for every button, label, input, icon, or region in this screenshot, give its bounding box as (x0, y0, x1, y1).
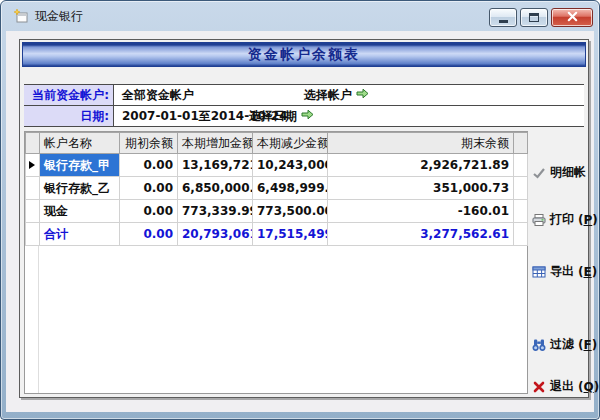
select-account-link[interactable]: 选择帐户 (304, 85, 369, 105)
table-row[interactable]: 现金 0.00 773,339.99 773,500.00 -160.01 (26, 200, 528, 223)
table-header-row: 帐户名称 期初余额 本期增加金额 本期减少金额 期末余额 (26, 133, 528, 154)
red-x-icon (532, 380, 546, 394)
balance-grid: 帐户名称 期初余额 本期增加金额 本期减少金额 期末余额 银行存款_甲 0. (24, 131, 528, 394)
date-filter-row: 日期: 2007-01-01至2014-10-24 选择日期 (24, 106, 584, 127)
cell-increase: 13,169,721.89 (178, 154, 253, 177)
cell-end: 351,000.73 (328, 177, 514, 200)
cell-end: 2,926,721.89 (328, 154, 514, 177)
close-icon (566, 10, 579, 25)
arrow-right-icon (356, 88, 369, 102)
maximize-icon (529, 13, 539, 22)
cell-end: 3,277,562.61 (328, 223, 514, 246)
detail-account-label: 明细帐 (550, 164, 586, 181)
filler-header-cell (514, 133, 528, 154)
window-icon (13, 8, 29, 24)
cell-account-name: 合计 (40, 223, 120, 246)
filter-hotkey: F (578, 338, 597, 352)
col-account-name: 帐户名称 (40, 133, 120, 154)
cell-increase: 773,339.99 (178, 200, 253, 223)
select-account-label: 选择帐户 (304, 87, 352, 104)
cell-account-name: 现金 (40, 200, 120, 223)
detail-account-button[interactable]: 明细帐 (532, 164, 586, 181)
report-title-bar: 资金帐户余额表 (22, 42, 586, 67)
exit-label: 退出 (550, 378, 574, 395)
col-increase: 本期增加金额 (178, 133, 253, 154)
report-panel: 资金帐户余额表 当前资金帐户: 全部资金帐户 选择帐户 日期: 2007-01-… (19, 39, 589, 398)
account-filter-label: 当前资金帐户: (24, 85, 114, 105)
select-date-link[interactable]: 选择日期 (249, 106, 314, 126)
cell-end: -160.01 (328, 200, 514, 223)
export-button[interactable]: 导出E (532, 263, 597, 280)
account-filter-value: 全部资金帐户 (122, 87, 194, 104)
cell-begin: 0.00 (120, 200, 178, 223)
window-controls (489, 8, 593, 27)
export-label: 导出 (550, 263, 574, 280)
selected-row-indicator-icon (29, 161, 39, 169)
row-indicator-cell (26, 154, 40, 177)
arrow-right-icon (301, 109, 314, 123)
close-button[interactable] (551, 8, 593, 27)
filter-section: 当前资金帐户: 全部资金帐户 选择帐户 日期: 2007-01-01至2014-… (24, 84, 584, 127)
filter-button[interactable]: 过滤F (532, 336, 597, 353)
client-area: 资金帐户余额表 当前资金帐户: 全部资金帐户 选择帐户 日期: 2007-01-… (6, 31, 594, 412)
print-hotkey: P (578, 213, 598, 227)
print-label: 打印 (550, 211, 574, 228)
table-row[interactable]: 银行存款_乙 0.00 6,850,000.00 6,498,999.27 35… (26, 177, 528, 200)
balance-table: 帐户名称 期初余额 本期增加金额 本期减少金额 期末余额 银行存款_甲 0. (25, 132, 528, 246)
table-grid-icon (532, 265, 546, 279)
print-button[interactable]: 打印P (532, 211, 598, 228)
maximize-button[interactable] (520, 8, 548, 27)
select-date-label: 选择日期 (249, 108, 297, 125)
col-begin-balance: 期初余额 (120, 133, 178, 154)
printer-icon (532, 213, 546, 227)
col-decrease: 本期减少金额 (253, 133, 328, 154)
cell-account-name: 银行存款_甲 (40, 154, 120, 177)
cell-account-name: 银行存款_乙 (40, 177, 120, 200)
table-total-row[interactable]: 合计 0.00 20,793,061.88 17,515,499.27 3,27… (26, 223, 528, 246)
cell-decrease: 17,515,499.27 (253, 223, 328, 246)
exit-button[interactable]: 退出Q (532, 378, 599, 395)
check-icon (532, 166, 546, 180)
titlebar: 现金银行 (1, 1, 599, 31)
account-filter-row: 当前资金帐户: 全部资金帐户 选择帐户 (24, 85, 584, 106)
minimize-button[interactable] (489, 8, 517, 27)
cell-decrease: 6,498,999.27 (253, 177, 328, 200)
table-row[interactable]: 银行存款_甲 0.00 13,169,721.89 10,243,000.00 … (26, 154, 528, 177)
date-filter-label: 日期: (24, 106, 114, 126)
report-title: 资金帐户余额表 (248, 46, 360, 64)
minimize-icon (499, 20, 508, 23)
cell-increase: 6,850,000.00 (178, 177, 253, 200)
exit-hotkey: Q (578, 380, 599, 394)
cell-decrease: 10,243,000.00 (253, 154, 328, 177)
indicator-header-cell (26, 133, 40, 154)
binoculars-icon (532, 338, 546, 352)
filter-label: 过滤 (550, 336, 574, 353)
col-end-balance: 期末余额 (328, 133, 514, 154)
app-window: 现金银行 资金帐户余额表 当前资金帐户: 全部资金帐户 选择帐户 (0, 0, 600, 420)
cell-begin: 0.00 (120, 154, 178, 177)
cell-increase: 20,793,061.88 (178, 223, 253, 246)
cell-begin: 0.00 (120, 177, 178, 200)
cell-decrease: 773,500.00 (253, 200, 328, 223)
cell-begin: 0.00 (120, 223, 178, 246)
export-hotkey: E (578, 265, 597, 279)
window-title: 现金银行 (35, 8, 83, 25)
